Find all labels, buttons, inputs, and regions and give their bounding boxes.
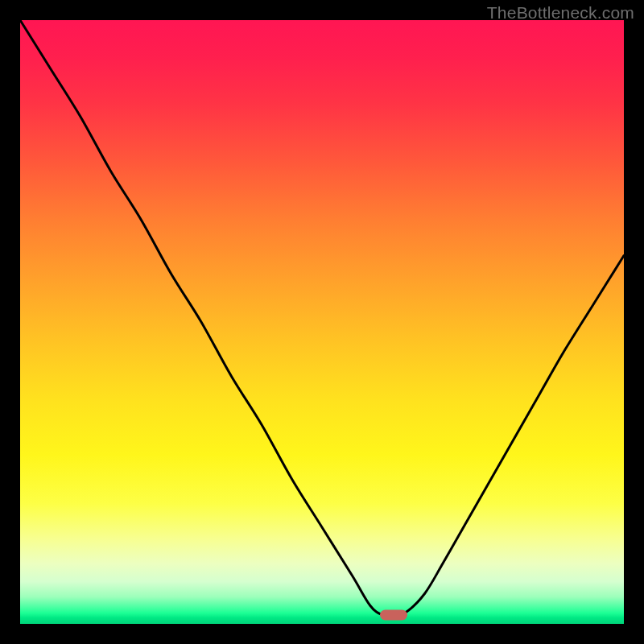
watermark-text: TheBottleneck.com: [487, 3, 634, 23]
bottleneck-curve: [20, 20, 624, 624]
chart-frame: TheBottleneck.com: [0, 0, 644, 644]
optimal-marker: [380, 609, 407, 620]
plot-area: [20, 20, 624, 624]
